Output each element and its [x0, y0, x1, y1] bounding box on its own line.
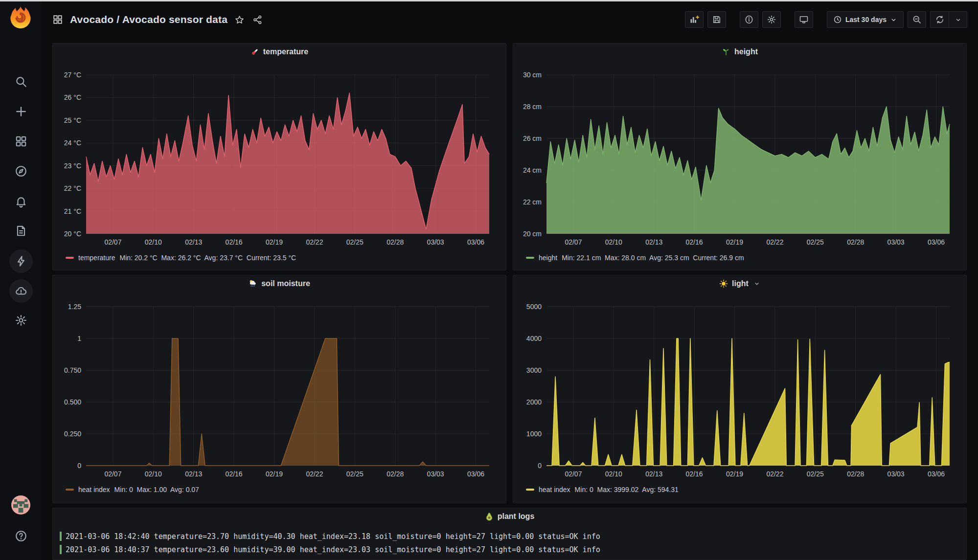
- refresh-interval-button[interactable]: [949, 11, 967, 28]
- svg-text:02/19: 02/19: [726, 238, 743, 246]
- temperature-chart[interactable]: 27 °C26 °C25 °C24 °C23 °C22 °C21 °C20 °C…: [53, 60, 506, 256]
- svg-text:02/10: 02/10: [605, 470, 622, 478]
- legend-swatch: [526, 489, 534, 491]
- log-level-bar: [60, 545, 62, 554]
- legend-swatch: [66, 257, 74, 259]
- legend-label[interactable]: height: [539, 254, 557, 262]
- dashboard-header: Avocado / Avocado sensor data Las: [42, 1, 978, 38]
- log-text: 2021-03-06 18:40:37 temperature=23.60 hu…: [66, 545, 600, 554]
- svg-text:22 °C: 22 °C: [64, 184, 81, 192]
- svg-text:02/07: 02/07: [104, 238, 121, 246]
- legend-stats: Min: 20.2 °C Max: 26.2 °C Avg: 23.7 °C C…: [119, 254, 296, 262]
- svg-text:02/07: 02/07: [565, 238, 582, 246]
- legend-label[interactable]: temperature: [78, 254, 115, 262]
- svg-text:3000: 3000: [526, 366, 542, 374]
- lightning-icon[interactable]: [0, 249, 42, 273]
- svg-text:30 cm: 30 cm: [523, 71, 542, 79]
- star-icon[interactable]: [234, 15, 245, 25]
- light-chart[interactable]: 50004000300020001000002/0702/1002/1302/1…: [513, 292, 966, 488]
- svg-text:03/06: 03/06: [928, 470, 945, 478]
- svg-text:25 °C: 25 °C: [64, 116, 81, 124]
- dashboard-settings-button[interactable]: [762, 11, 781, 28]
- svg-text:4000: 4000: [526, 335, 542, 342]
- log-level-bar: [60, 532, 62, 541]
- log-row[interactable]: 2021-03-06 18:40:37 temperature=23.60 hu…: [60, 543, 959, 556]
- legend-swatch: [526, 257, 534, 259]
- soil-moisture-chart[interactable]: 1.2510.7500.5000.250002/0702/1002/1302/1…: [53, 292, 506, 488]
- tv-kiosk-button[interactable]: [795, 11, 813, 28]
- svg-text:02/25: 02/25: [346, 470, 364, 478]
- svg-text:02/13: 02/13: [645, 238, 662, 246]
- cloud-alert-icon[interactable]: [0, 279, 42, 303]
- svg-text:02/19: 02/19: [266, 470, 283, 478]
- svg-text:02/16: 02/16: [226, 470, 243, 478]
- zoom-out-button[interactable]: [908, 11, 926, 28]
- light-panel-header[interactable]: light: [513, 275, 966, 292]
- grafana-logo[interactable]: [8, 5, 33, 30]
- light-panel: light 50004000300020001000002/0702/1002/…: [513, 275, 967, 503]
- temperature-panel-header[interactable]: temperature: [53, 44, 506, 60]
- svg-text:02/10: 02/10: [605, 238, 622, 246]
- svg-text:02/22: 02/22: [306, 238, 323, 246]
- search-icon[interactable]: [0, 70, 42, 93]
- share-icon[interactable]: [252, 15, 263, 25]
- panel-title: light: [732, 279, 749, 288]
- soil-moisture-panel-header[interactable]: soil moisture: [53, 275, 506, 292]
- save-dashboard-button[interactable]: [707, 11, 726, 28]
- dashboard-insights-button[interactable]: [740, 11, 758, 28]
- chevron-down-icon: [955, 16, 962, 23]
- light-legend: heat index Min: 0 Max: 3999.02 Avg: 594.…: [526, 484, 679, 495]
- user-avatar[interactable]: [11, 495, 30, 515]
- svg-text:03/03: 03/03: [427, 470, 444, 478]
- svg-text:02/25: 02/25: [807, 238, 824, 246]
- sidebar: [0, 0, 42, 560]
- panel-title: soil moisture: [261, 279, 310, 288]
- legend-stats: Min: 0 Max: 1.00 Avg: 0.07: [114, 486, 199, 493]
- help-icon[interactable]: [0, 524, 42, 548]
- rain-cloud-icon: [249, 279, 257, 288]
- svg-text:02/13: 02/13: [645, 470, 662, 478]
- svg-text:03/06: 03/06: [467, 470, 484, 478]
- breadcrumb[interactable]: Avocado / Avocado sensor data: [52, 14, 227, 25]
- height-chart[interactable]: 30 cm28 cm26 cm24 cm22 cm20 cm02/0702/10…: [513, 60, 966, 256]
- svg-text:26 cm: 26 cm: [523, 134, 542, 142]
- svg-text:1: 1: [77, 335, 81, 342]
- svg-text:02/19: 02/19: [726, 470, 743, 478]
- svg-text:03/03: 03/03: [887, 470, 905, 478]
- avocado-icon: [485, 512, 494, 521]
- soil-moisture-panel: soil moisture 1.2510.7500.5000.250002/07…: [52, 275, 506, 503]
- add-panel-button[interactable]: [685, 11, 704, 28]
- panel-menu-chevron-icon[interactable]: [753, 280, 760, 287]
- dashboards-icon[interactable]: [0, 130, 42, 153]
- svg-text:0: 0: [538, 462, 542, 470]
- svg-text:03/06: 03/06: [467, 238, 484, 246]
- svg-text:02/07: 02/07: [565, 470, 582, 478]
- legend-label[interactable]: heat index: [539, 486, 570, 493]
- svg-text:21 °C: 21 °C: [64, 207, 81, 215]
- alerting-bell-icon[interactable]: [0, 190, 42, 213]
- svg-text:20 °C: 20 °C: [64, 230, 81, 238]
- time-range-picker[interactable]: Last 30 days: [827, 11, 904, 28]
- time-range-label: Last 30 days: [845, 16, 887, 23]
- legend-label[interactable]: heat index: [78, 486, 110, 493]
- svg-text:02/16: 02/16: [686, 238, 703, 246]
- documentation-icon[interactable]: [0, 219, 42, 243]
- height-panel-header[interactable]: height: [513, 44, 966, 60]
- chevron-down-icon: [890, 16, 897, 23]
- temperature-panel: temperature 27 °C26 °C25 °C24 °C23 °C22 …: [52, 43, 506, 270]
- svg-text:0: 0: [77, 462, 81, 470]
- explore-compass-icon[interactable]: [0, 159, 42, 183]
- sun-icon: [719, 279, 728, 288]
- svg-text:24 °C: 24 °C: [64, 139, 81, 147]
- refresh-button[interactable]: [930, 11, 949, 28]
- panel-title: height: [734, 47, 758, 56]
- plant-logs-panel-header[interactable]: plant logs: [53, 508, 966, 525]
- settings-gear-icon[interactable]: [0, 309, 42, 332]
- svg-text:02/22: 02/22: [306, 470, 323, 478]
- legend-swatch: [66, 489, 74, 491]
- svg-text:0.750: 0.750: [64, 366, 81, 374]
- log-row[interactable]: 2021-03-06 18:42:40 temperature=23.70 hu…: [60, 530, 959, 543]
- svg-text:28 cm: 28 cm: [523, 103, 542, 111]
- create-plus-icon[interactable]: [0, 100, 42, 123]
- svg-text:02/25: 02/25: [807, 470, 824, 478]
